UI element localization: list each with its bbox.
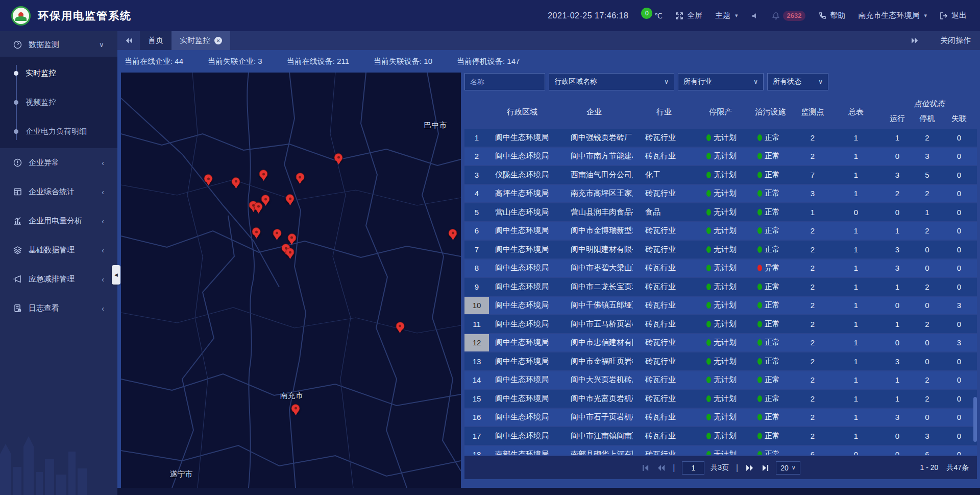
- table-row[interactable]: 1阆中生态环境局阆中强锐页岩砖厂砖瓦行业无计划正常21120: [464, 129, 977, 147]
- map-pin-icon[interactable]: [287, 233, 296, 242]
- map-pin-icon[interactable]: [286, 194, 295, 203]
- table-row[interactable]: 6阆中生态环境局阆中市金博瑞新型墙材砖瓦行业无计划正常21120: [464, 222, 977, 240]
- cell-limit: 无计划: [695, 394, 746, 404]
- sidebar-group-enterprise-statistics[interactable]: 企业综合统计‹: [0, 177, 117, 206]
- cell-company: 阆中市二龙长宝页岩砖: [555, 282, 633, 292]
- map-pin-icon[interactable]: [273, 229, 281, 238]
- help-button[interactable]: 帮助: [818, 11, 845, 20]
- map-pin-icon[interactable]: [204, 174, 213, 183]
- map-pin-icon[interactable]: [286, 248, 295, 256]
- chevron-left-icon: ‹: [102, 217, 104, 225]
- status-dot-green-icon: [757, 339, 762, 346]
- map-pin-icon[interactable]: [396, 322, 404, 331]
- table-row[interactable]: 10阆中生态环境局阆中千佛镇五郎垭页岩砖瓦行业无计划正常21003: [464, 297, 977, 315]
- cell-meter: 1: [830, 189, 881, 198]
- close-icon[interactable]: ✕: [214, 37, 222, 44]
- table-scrollbar[interactable]: [973, 397, 977, 442]
- tabs-scroll-left-button[interactable]: [117, 31, 140, 50]
- map-panel[interactable]: 巴中市南充市遂宁市: [121, 73, 461, 488]
- sidebar-item-realtime-monitoring[interactable]: 实时监控: [0, 59, 117, 88]
- column-header-facility: 治污设施: [746, 107, 795, 117]
- status-dot-green-icon: [706, 172, 711, 178]
- table-row[interactable]: 18南部生态环境局南部县砌华上河有限公砖瓦行业无计划正常60060: [464, 446, 977, 455]
- cell-running: 1: [881, 226, 913, 235]
- sidebar-group-log-view[interactable]: 日志查看‹: [0, 294, 117, 323]
- logout-button[interactable]: 退出: [940, 11, 967, 20]
- table-row[interactable]: 3仪陇生态环境局西南油气田分公司川中化工无计划正常71350: [464, 166, 977, 184]
- organization-dropdown[interactable]: 南充市生态环境局▾: [858, 11, 927, 20]
- table-row[interactable]: 4高坪生态环境局南充市高坪区王家店建砖瓦行业无计划正常31220: [464, 185, 977, 203]
- map-pin-icon[interactable]: [252, 227, 261, 236]
- map-pin-icon[interactable]: [296, 173, 304, 181]
- log-icon: [13, 304, 22, 313]
- cell-points: 2: [795, 432, 830, 440]
- table-header: 行政区域 企业 行业 停限产 治污设施 监测点 总表 点位状态 运行 停机 失联: [464, 95, 977, 129]
- sidebar-group-base-data[interactable]: 基础数据管理‹: [0, 235, 117, 265]
- sidebar-group-power-analysis[interactable]: 企业用电量分析‹: [0, 206, 117, 235]
- cell-offline: 0: [941, 245, 977, 254]
- table-row[interactable]: 8阆中生态环境局阆中市枣碧大梁山页岩砖瓦行业无计划异常21300: [464, 260, 977, 277]
- last-page-button[interactable]: [761, 464, 770, 472]
- status-dot-green-icon: [706, 284, 711, 290]
- map-pin-icon[interactable]: [449, 229, 457, 238]
- tabs-scroll-right-button[interactable]: [903, 37, 926, 44]
- cell-offline: 0: [941, 208, 977, 217]
- first-page-button[interactable]: [641, 464, 650, 472]
- table-row[interactable]: 2阆中生态环境局阆中市南方节能建材有砖瓦行业无计划正常21030: [464, 148, 977, 166]
- cell-running: 0: [881, 450, 913, 455]
- table-row[interactable]: 15阆中生态环境局阆中市光富页岩机砖厂砖瓦行业无计划正常21120: [464, 390, 977, 408]
- sidebar-collapse-handle[interactable]: ◀: [112, 265, 120, 285]
- notification-area[interactable]: 2632: [772, 11, 806, 21]
- sidebar-group-enterprise-abnormal[interactable]: 企业异常‹: [0, 148, 117, 177]
- cell-limit: 无计划: [695, 282, 746, 292]
- region-select[interactable]: 行政区域名称∨: [549, 73, 674, 90]
- status-select[interactable]: 所有状态∨: [767, 73, 828, 90]
- stats-bar: 当前在线企业: 44当前失联企业: 3当前在线设备: 211当前失联设备: 10…: [117, 50, 980, 73]
- last-page-icon: [761, 464, 769, 472]
- sidebar-group-data-monitoring[interactable]: 数据监测∨: [0, 32, 117, 57]
- table-row[interactable]: 7阆中生态环境局阆中明阳建材有限公司砖瓦行业无计划正常21300: [464, 241, 977, 258]
- next-page-button[interactable]: [745, 464, 754, 472]
- column-header-point-status-group: 点位状态 运行 停机 失联: [881, 95, 977, 129]
- mute-button[interactable]: [751, 12, 759, 20]
- page-size-select[interactable]: 20∨: [776, 461, 800, 475]
- table-row[interactable]: 14阆中生态环境局阆中大兴页岩机砖厂砖瓦行业无计划正常21120: [464, 371, 977, 389]
- cell-points: 2: [795, 375, 830, 384]
- map-pin-icon[interactable]: [232, 177, 240, 186]
- status-dot-green-icon: [757, 134, 762, 141]
- map-city-label: 遂宁市: [169, 469, 192, 479]
- status-dot-green-icon: [706, 246, 711, 253]
- map-pin-icon[interactable]: [259, 170, 268, 178]
- previous-page-button[interactable]: [656, 464, 666, 472]
- table-row[interactable]: 11阆中生态环境局阆中市五马桥页岩机砖砖瓦行业无计划正常21120: [464, 315, 977, 333]
- page-number-input[interactable]: [682, 461, 704, 475]
- map-pin-icon[interactable]: [261, 195, 270, 203]
- record-total: 共47条: [946, 463, 969, 473]
- sidebar-item-power-load-detail[interactable]: 企业电力负荷明细: [0, 117, 117, 146]
- map-pin-icon[interactable]: [334, 153, 343, 162]
- table-row[interactable]: 13阆中生态环境局阆中市金福旺页岩机砖砖瓦行业无计划正常21300: [464, 352, 977, 370]
- logout-icon: [940, 12, 948, 20]
- table-row[interactable]: 5营山生态环境局营山县润丰肉食品有限食品无计划正常10010: [464, 203, 977, 221]
- table-row[interactable]: 9阆中生态环境局阆中市二龙长宝页岩砖砖瓦行业无计划正常21120: [464, 278, 977, 296]
- cell-limit: 无计划: [695, 170, 746, 180]
- cell-facility: 正常: [746, 226, 795, 235]
- table-row[interactable]: 12阆中生态环境局阆中市忠信建材有限公砖瓦行业无计划正常21003: [464, 334, 977, 352]
- map-pin-icon[interactable]: [254, 202, 263, 211]
- sidebar-group-emergency-management[interactable]: 应急减排管理‹: [0, 265, 117, 294]
- industry-select[interactable]: 所有行业∨: [678, 73, 764, 90]
- table-row[interactable]: 16阆中生态环境局阆中市石子页岩机砖厂砖瓦行业无计划正常21300: [464, 409, 977, 427]
- tab-realtime-monitoring[interactable]: 实时监控 ✕: [172, 31, 230, 50]
- fullscreen-button[interactable]: 全屏: [675, 11, 702, 20]
- map-pin-icon[interactable]: [291, 404, 300, 413]
- sidebar-item-video-monitoring[interactable]: 视频监控: [0, 88, 117, 117]
- row-index: 9: [464, 278, 489, 296]
- table-row[interactable]: 17阆中生态环境局阆中市江南镇阆南页岩砖瓦行业无计划正常21030: [464, 427, 977, 445]
- theme-dropdown[interactable]: 主题▾: [715, 11, 738, 20]
- close-operations-button[interactable]: 关闭操作: [940, 36, 971, 45]
- temperature-value: 0: [641, 8, 652, 19]
- name-search-input[interactable]: [464, 73, 545, 90]
- cell-stopped: 2: [913, 394, 941, 403]
- status-dot-green-icon: [757, 153, 762, 159]
- tab-home[interactable]: 首页: [140, 31, 172, 50]
